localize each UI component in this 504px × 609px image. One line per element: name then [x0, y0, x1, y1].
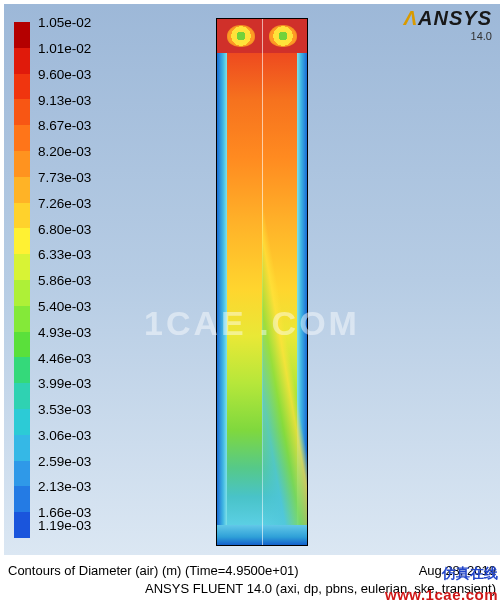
colorbar-label: 8.67e-03 [38, 119, 91, 133]
colorbar-swatch [14, 486, 30, 512]
colorbar-label: 1.19e-03 [38, 519, 91, 533]
colorbar-label: 7.73e-03 [38, 171, 91, 185]
colorbar-label: 6.80e-03 [38, 223, 91, 237]
software-version: 14.0 [404, 30, 492, 42]
vortex-eye-right [269, 25, 297, 47]
colorbar-swatch [14, 99, 30, 125]
colorbar-swatch [14, 48, 30, 74]
contour-plot [216, 18, 308, 546]
software-logo: ΛANSYS 14.0 [404, 8, 492, 42]
caption-title: Contours of Diameter (air) (m) (Time=4.9… [8, 562, 299, 580]
colorbar-swatch [14, 409, 30, 435]
colorbar-swatch [14, 435, 30, 461]
colorbar-swatch [14, 254, 30, 280]
centerline [262, 19, 263, 545]
colorbar-label: 3.53e-03 [38, 403, 91, 417]
colorbar-label: 4.93e-03 [38, 326, 91, 340]
colorbar-label: 3.06e-03 [38, 429, 91, 443]
colorbar-label: 9.13e-03 [38, 94, 91, 108]
colorbar-label: 3.99e-03 [38, 377, 91, 391]
site-url: www.1cae.com [385, 586, 498, 603]
colorbar-label: 8.20e-03 [38, 145, 91, 159]
vortex-eye-left [227, 25, 255, 47]
colorbar-label: 5.86e-03 [38, 274, 91, 288]
colorbar-swatch [14, 228, 30, 254]
colorbar-label: 9.60e-03 [38, 68, 91, 82]
colorbar-swatch [14, 74, 30, 100]
colorbar-label: 2.13e-03 [38, 480, 91, 494]
wall-right [297, 53, 307, 525]
colorbar-swatch [14, 203, 30, 229]
site-name-cn: 仿真在线 [442, 565, 498, 583]
colorbar-swatch [14, 280, 30, 306]
contour-body [217, 19, 307, 545]
colorbar-label: 1.01e-02 [38, 42, 91, 56]
colorbar-label: 1.05e-02 [38, 16, 91, 30]
colorbar-swatch [14, 306, 30, 332]
plot-area: ΛANSYS 14.0 1.05e-021.01e-029.60e-039.13… [4, 4, 500, 555]
brand-text: ΛANSYS [404, 8, 492, 28]
colorbar-swatch [14, 22, 30, 48]
colorbar-label: 4.46e-03 [38, 352, 91, 366]
colorbar-swatch [14, 332, 30, 358]
colorbar-label: 5.40e-03 [38, 300, 91, 314]
colorbar-swatch [14, 125, 30, 151]
colorbar-swatch [14, 177, 30, 203]
colorbar-swatch [14, 461, 30, 487]
wall-left [217, 53, 227, 525]
colorbar-swatch [14, 357, 30, 383]
colorbar-swatch [14, 383, 30, 409]
colorbar-swatch [14, 151, 30, 177]
colorbar-swatch [14, 512, 30, 538]
colorbar-label: 7.26e-03 [38, 197, 91, 211]
colorbar: 1.05e-021.01e-029.60e-039.13e-038.67e-03… [14, 22, 91, 538]
colorbar-label: 6.33e-03 [38, 248, 91, 262]
colorbar-label: 2.59e-03 [38, 455, 91, 469]
